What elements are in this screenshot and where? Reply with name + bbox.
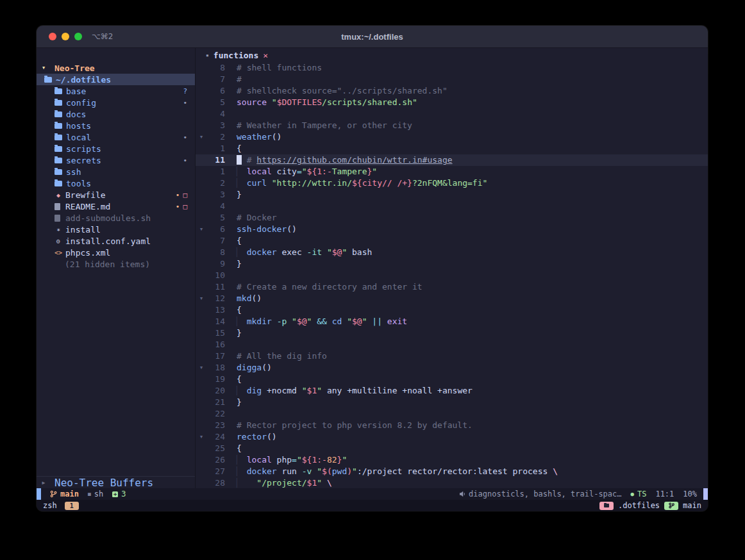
- fold-indicator[interactable]: ▼: [196, 362, 207, 374]
- line-text: {: [237, 443, 242, 454]
- tree-item-add-submodules.sh[interactable]: add-submodules.sh: [37, 212, 195, 224]
- code-line[interactable]: 20▏ dig +nocmd "$1" any +multiline +noal…: [196, 385, 708, 397]
- code-line[interactable]: 8▏ docker exec -it "$@" bash: [196, 247, 708, 258]
- code-line[interactable]: 16: [196, 339, 708, 350]
- link-url[interactable]: https://github.com/chubin/wttr.in#usage: [256, 155, 452, 165]
- code-line[interactable]: 6# shellcheck source="../scripts/shared.…: [196, 85, 708, 97]
- line-number: 18: [207, 362, 225, 374]
- code-line[interactable]: 9}: [196, 258, 708, 270]
- code-line[interactable]: 5# Docker: [196, 212, 708, 224]
- code-line[interactable]: 10: [196, 270, 708, 281]
- tree-item-docs[interactable]: docs: [37, 108, 195, 120]
- code-line[interactable]: ▼24rector(): [196, 431, 708, 443]
- code-line[interactable]: 15}: [196, 327, 708, 339]
- code-line[interactable]: 3}: [196, 189, 708, 201]
- fold-indicator: [196, 454, 207, 466]
- code-line[interactable]: 7{: [196, 235, 708, 247]
- code-area[interactable]: 8# shell functions7#6# shellcheck source…: [196, 62, 708, 488]
- tree-item-install.conf.yaml[interactable]: ⚙install.conf.yaml: [37, 235, 195, 247]
- tree-item-label: (21 hidden items): [65, 259, 150, 269]
- tree-item-scripts[interactable]: scripts: [37, 143, 195, 154]
- tree-item-ssh[interactable]: ssh: [37, 166, 195, 177]
- code-line[interactable]: 8# shell functions: [196, 62, 708, 74]
- fold-indicator: [196, 477, 207, 488]
- line-number: 7: [207, 74, 225, 85]
- tab-close-icon[interactable]: ×: [263, 51, 268, 60]
- folder-icon: [54, 181, 62, 186]
- code-token: -v: [302, 466, 312, 476]
- close-window-button[interactable]: [49, 33, 56, 40]
- line-number: 1: [207, 143, 225, 154]
- code-line[interactable]: 25{: [196, 443, 708, 454]
- code-line[interactable]: 13{: [196, 304, 708, 316]
- tree-item-phpcs.xml[interactable]: <>phpcs.xml: [37, 247, 195, 258]
- line-text: ▏ dig +nocmd "$1" any +multiline +noall …: [237, 385, 473, 397]
- code-line[interactable]: ▼2weather(): [196, 131, 708, 143]
- git-status-badges: •: [183, 133, 187, 142]
- tree-item-local[interactable]: local•: [37, 131, 195, 143]
- folder-icon: [54, 169, 62, 175]
- tree-item-config[interactable]: config•: [37, 97, 195, 108]
- tree-item-secrets[interactable]: secrets•: [37, 154, 195, 166]
- neo-tree-buffers-section[interactable]: ▶ Neo-Tree Buffers: [37, 477, 195, 488]
- code-line[interactable]: 27▏ docker run -v "$(pwd)":/project rect…: [196, 466, 708, 477]
- tree-item-brewfile[interactable]: ◆Brewfile•□: [37, 189, 195, 201]
- code-token: ${1:-: [307, 167, 332, 176]
- chevron-right-icon: ▶: [39, 480, 48, 486]
- tree-item-tools[interactable]: tools: [37, 177, 195, 189]
- line-text: # Docker: [237, 212, 277, 224]
- folder-icon: [54, 88, 62, 94]
- git-status-badge: □: [183, 202, 187, 211]
- fold-indicator[interactable]: ▼: [196, 224, 207, 235]
- code-line[interactable]: 2▏ curl "http://wttr.in/${city// /+}?2nF…: [196, 177, 708, 189]
- code-line[interactable]: 5source "$DOTFILES/scripts/shared.sh": [196, 97, 708, 108]
- tmux-window-index-badge[interactable]: 1: [65, 502, 79, 510]
- tree-item-base[interactable]: base?: [37, 85, 195, 97]
- code-token: ▏: [237, 317, 247, 326]
- editor-pane: ▪ functions × 8# shell functions7#6# she…: [196, 48, 708, 488]
- code-line[interactable]: 21}: [196, 397, 708, 408]
- tree-item-hosts[interactable]: hosts: [37, 120, 195, 131]
- code-line[interactable]: 23# Rector project to php version 8.2 by…: [196, 420, 708, 431]
- code-line[interactable]: ▼18digga(): [196, 362, 708, 374]
- code-line[interactable]: 1{: [196, 143, 708, 154]
- fold-indicator[interactable]: ▼: [196, 293, 207, 304]
- code-line[interactable]: 7#: [196, 74, 708, 85]
- zoom-window-button[interactable]: [74, 33, 82, 40]
- tree-item--.dotfiles[interactable]: ~/.dotfiles: [37, 74, 195, 85]
- code-line[interactable]: ▼12mkd(): [196, 293, 708, 304]
- code-line[interactable]: 1▏ local city="${1:-Tampere}": [196, 166, 708, 177]
- code-line[interactable]: ▼6ssh-docker(): [196, 224, 708, 235]
- code-line[interactable]: 3# Weather in Tampere, or other city: [196, 120, 708, 131]
- code-line[interactable]: 17# All the dig info: [196, 350, 708, 362]
- line-text: }: [237, 397, 242, 408]
- code-token: city: [272, 167, 297, 176]
- code-line[interactable]: 28▏ "/project/$1" \: [196, 477, 708, 488]
- tmux-directory-badge: [599, 502, 614, 510]
- tree-item-label: docs: [66, 110, 86, 119]
- fold-indicator[interactable]: ▼: [196, 131, 207, 143]
- line-text: # Create a new directory and enter it: [237, 281, 423, 293]
- code-line[interactable]: 19{: [196, 374, 708, 385]
- git-branch-icon: [50, 490, 57, 498]
- tree-item-label: add-submodules.sh: [65, 213, 151, 223]
- code-line[interactable]: 22: [196, 408, 708, 420]
- code-line[interactable]: 14▏ mkdir -p "$@" && cd "$@" || exit: [196, 316, 708, 327]
- code-token: ▏: [237, 455, 247, 465]
- tree-item-readme.md[interactable]: README.md•□: [37, 201, 195, 212]
- minimize-window-button[interactable]: [62, 33, 69, 40]
- tree-item-install[interactable]: ∗install: [37, 224, 195, 235]
- fold-indicator[interactable]: ▼: [196, 431, 207, 443]
- line-number: 25: [207, 443, 225, 454]
- titlebar[interactable]: ⌥⌘2 tmux:~/.dotfiles: [37, 26, 708, 48]
- code-token: [322, 247, 327, 257]
- code-line[interactable]: 11 # https://github.com/chubin/wttr.in#u…: [196, 154, 708, 166]
- code-line[interactable]: 4: [196, 108, 708, 120]
- code-line[interactable]: 4: [196, 201, 708, 212]
- code-line[interactable]: 26▏ local php="${1:-82}": [196, 454, 708, 466]
- tab-functions[interactable]: ▪ functions ×: [206, 51, 268, 60]
- code-line[interactable]: 11# Create a new directory and enter it: [196, 281, 708, 293]
- line-text: ▏ curl "http://wttr.in/${city// /+}?2nFQ…: [237, 177, 487, 189]
- fold-indicator: [196, 327, 207, 339]
- folder-icon: [54, 123, 62, 129]
